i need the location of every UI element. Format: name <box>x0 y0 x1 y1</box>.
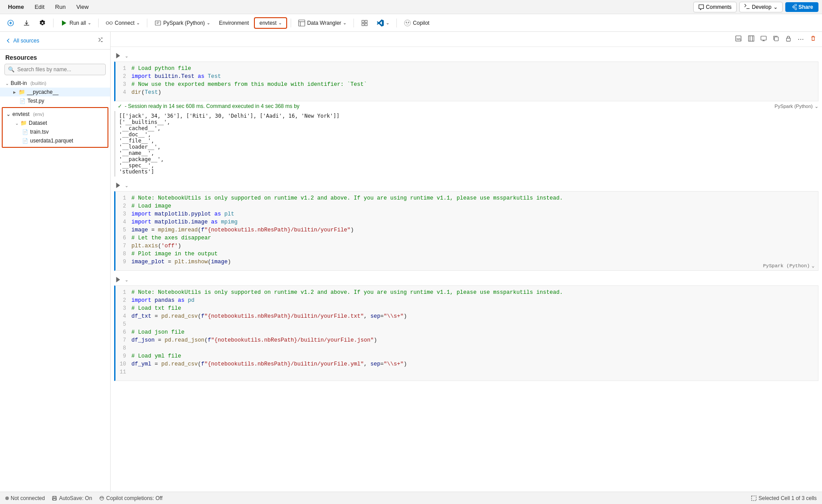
svg-rect-31 <box>787 38 791 41</box>
cell1-chevron-button[interactable]: ⌄ <box>124 53 129 59</box>
svg-point-19 <box>404 20 411 26</box>
cell1-run-button[interactable] <box>114 51 122 61</box>
svg-rect-36 <box>54 496 56 498</box>
monitor-icon <box>761 35 767 42</box>
train-file-icon: 📄 <box>22 129 28 135</box>
code-line: 2 import builtin.Test as Test <box>115 73 818 81</box>
svg-rect-30 <box>775 37 779 41</box>
vscode-button[interactable]: ⌄ <box>373 18 393 28</box>
cell1-output: [['jack', 34, '36'], ['Riti', 30, 'Delhi… <box>114 111 818 177</box>
cell-icon-btn-more[interactable]: ⋯ <box>795 35 806 44</box>
cell-status-icon <box>751 495 757 501</box>
share-button[interactable]: Share <box>785 2 818 12</box>
cell3-run-button[interactable] <box>114 275 122 285</box>
menu-view[interactable]: View <box>72 2 93 12</box>
cell-icon-btn-delete[interactable] <box>808 34 818 44</box>
cell-icon-btn-3[interactable] <box>758 34 769 44</box>
cell2-code[interactable]: 1 # Note: NotebookUtils is only supporte… <box>114 191 818 271</box>
cell1-output-status: ✓ - Session ready in 14 sec 608 ms. Comm… <box>114 102 822 110</box>
cell1-code[interactable]: 1 # Load python file 2 import builtin.Te… <box>114 62 818 101</box>
envtest-expand-icon: ⌄ <box>6 111 11 117</box>
code-line: 1 # Note: NotebookUtils is only supporte… <box>115 289 818 297</box>
cell-icon-btn-1[interactable]: ML <box>733 34 744 45</box>
add-cell-button[interactable] <box>4 18 18 28</box>
svg-rect-9 <box>155 21 161 25</box>
cell-icon-btn-2[interactable] <box>746 34 757 44</box>
connection-status: Not connected <box>5 495 45 501</box>
cell2-run-button[interactable] <box>114 181 122 190</box>
data-wrangler-button[interactable]: Data Wrangler ⌄ <box>295 18 350 28</box>
frame-icon <box>748 35 754 42</box>
code-line: 8 # Plot image in the output <box>115 251 818 259</box>
back-icon <box>5 38 12 44</box>
envtest-button[interactable]: envtest ⌄ <box>254 17 287 29</box>
envtest-label: envtest <box>12 111 30 117</box>
resources-title: Resources <box>0 50 110 64</box>
userdata-parquet-item[interactable]: 📄 userdata1.parquet <box>3 136 108 145</box>
selected-cell-label: Selected Cell 1 of 3 cells <box>759 495 817 501</box>
run-icon <box>115 276 121 282</box>
code-line: 1 # Load python file <box>115 65 818 73</box>
cell3-chevron-button[interactable]: ⌄ <box>124 277 129 283</box>
svg-marker-34 <box>116 277 120 282</box>
cell2-lang-badge[interactable]: PySpark (Python) ⌄ <box>763 263 814 269</box>
svg-point-39 <box>100 497 101 498</box>
search-input[interactable] <box>4 64 106 75</box>
envtest-header[interactable]: ⌄ envtest (env) <box>3 110 108 119</box>
svg-point-40 <box>102 497 103 498</box>
train-tsv-item[interactable]: 📄 train.tsv <box>3 127 108 136</box>
cell-icon-btn-4[interactable] <box>771 34 781 44</box>
comments-button[interactable]: Comments <box>693 2 737 12</box>
gear-icon <box>39 19 46 27</box>
menu-run[interactable]: Run <box>51 2 70 12</box>
run-all-button[interactable]: Run all ⌄ <box>57 18 95 28</box>
develop-button[interactable]: Develop ⌄ <box>739 2 783 12</box>
folder-icon: 📁 <box>19 89 25 95</box>
run-icon <box>115 52 121 58</box>
all-sources-back[interactable]: All sources <box>5 38 39 44</box>
svg-marker-33 <box>116 183 120 188</box>
status-bar: Not connected AutoSave: On Copilot compl… <box>0 492 822 504</box>
develop-chevron-icon: ⌄ <box>773 4 778 10</box>
pycache-label: __pycache__ <box>27 89 58 95</box>
svg-line-1 <box>793 7 794 8</box>
menu-bar-right: Comments Develop ⌄ Share <box>693 2 818 12</box>
ml-icon: ML <box>735 35 742 42</box>
code-line: 3 import matplotlib.pyplot as plt <box>115 211 818 219</box>
menu-edit[interactable]: Edit <box>30 2 49 12</box>
builtin-header[interactable]: ⌄ Built-in (builtin) <box>0 79 110 88</box>
cell2-chevron-button[interactable]: ⌄ <box>124 182 129 189</box>
menu-home[interactable]: Home <box>4 2 28 12</box>
download-button[interactable] <box>19 18 34 28</box>
svg-text:ML: ML <box>737 37 742 41</box>
divider3 <box>147 19 147 27</box>
cell3-code[interactable]: 1 # Note: NotebookUtils is only supporte… <box>114 285 818 381</box>
view-button[interactable] <box>357 18 372 28</box>
code-line: 1 # Note: NotebookUtils is only supporte… <box>115 195 818 203</box>
pyspark-button[interactable]: PySpark (Python) ⌄ <box>151 18 214 28</box>
cell-icon-btn-5[interactable] <box>783 34 794 44</box>
connect-button[interactable]: Connect ⌄ <box>102 18 143 28</box>
builtin-expand-icon: ⌄ <box>5 81 9 86</box>
file-icon: 📄 <box>19 98 26 104</box>
code-line: 11 <box>115 369 818 377</box>
run-icon <box>115 182 121 188</box>
settings-button[interactable] <box>35 18 50 28</box>
cell1-output-num-area: ✓ - Session ready in 14 sec 608 ms. Comm… <box>111 102 822 110</box>
copilot-status-icon <box>99 496 104 501</box>
autosave-status: AutoSave: On <box>52 495 92 501</box>
dataset-label: Dataset <box>29 120 47 126</box>
sidebar-collapse-button[interactable] <box>96 35 105 46</box>
dataset-item[interactable]: ⌄ 📁 Dataset <box>3 119 108 127</box>
pycache-item[interactable]: ► 📁 __pycache__ <box>0 88 110 96</box>
testpy-item[interactable]: 📄 Test.py <box>0 96 110 105</box>
svg-rect-17 <box>362 23 364 26</box>
code-line: 10 df_yml = pd.read_csv(f"{notebookutils… <box>115 361 818 369</box>
envtest-tag: (env) <box>33 112 44 117</box>
copilot-button[interactable]: Copilot <box>400 18 433 28</box>
lang-chevron-icon: ⌄ <box>811 263 814 269</box>
search-icon: 🔍 <box>8 66 15 73</box>
sidebar-search: 🔍 <box>4 64 106 75</box>
svg-marker-32 <box>116 53 120 58</box>
editor-area: ⌄ 1 # Load python file 2 import builtin.… <box>111 47 822 492</box>
